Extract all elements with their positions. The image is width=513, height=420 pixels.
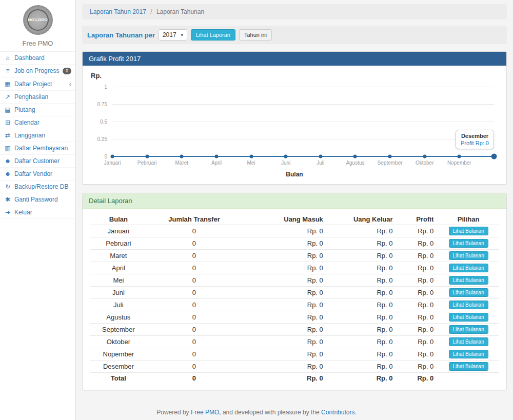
table-cell: Rp. 0 [397,237,438,250]
data-point-april[interactable] [214,155,218,158]
x-tick-label: April [211,160,222,166]
payment-icon: ▥ [4,145,11,152]
sidebar-item-langganan[interactable]: ⇄Langganan [0,129,75,142]
table-cell: September [90,324,147,336]
sidebar-item-calendar[interactable]: ⊞Calendar [0,116,75,129]
table-cell-action: Lihat Bulanan [438,336,499,348]
data-point-pebruari[interactable] [145,155,149,158]
sidebar-item-piutang[interactable]: ▤Piutang [0,104,75,116]
table-cell-action: Lihat Bulanan [438,287,499,299]
sidebar-item-label: Daftar Project [14,81,66,88]
table-cell: Juli [90,299,147,311]
table-cell: April [90,262,147,274]
table-row-juli: Juli0Rp. 0Rp. 0Rp. 0Lihat Bulanan [90,299,499,311]
table-cell: Rp. 0 [327,311,397,324]
breadcrumb-current: Laporan Tahunan [156,8,204,15]
table-row-agustus: Agustus0Rp. 0Rp. 0Rp. 0Lihat Bulanan [90,311,499,324]
lihat-bulanan-button[interactable]: Lihat Bulanan [449,276,488,285]
lihat-bulanan-button[interactable]: Lihat Bulanan [449,350,488,358]
total-cell: Rp. 0 [327,373,397,384]
y-tick-label: 0.75 [97,102,107,107]
table-cell: Rp. 0 [327,348,397,361]
data-point-mei[interactable] [249,155,253,158]
sidebar-item-job-on-progress[interactable]: ≡Job on Progress0 [0,65,75,77]
sidebar-item-label: Job on Progress [14,67,60,74]
data-point-juli[interactable] [319,155,322,158]
table-cell: Rp. 0 [241,299,327,311]
table-cell: 0 [147,250,242,262]
calendar-icon: ⊞ [4,119,11,126]
table-cell: Oktober [90,336,147,348]
chart-area: Rp. Desember Profit Rp: 0 10.750.50.250 … [83,66,506,184]
table-cell: 0 [147,287,242,299]
sidebar-item-daftar-project[interactable]: ▦Daftar Project‹ [0,77,75,91]
y-tick-label: 0 [104,154,107,159]
lihat-bulanan-button[interactable]: Lihat Bulanan [449,251,488,260]
lihat-bulanan-button[interactable]: Lihat Bulanan [449,301,488,309]
table-cell: Rp. 0 [327,250,397,262]
year-select[interactable]: 2017 ▾ [159,29,187,41]
lihat-laporan-button[interactable]: Lihat Laporan [191,29,235,41]
table-cell: Januari [90,225,147,237]
table-cell: 0 [147,361,242,373]
table-cell: Rp. 0 [241,262,327,274]
breadcrumb-link[interactable]: Laporan Tahun 2017 [90,8,146,15]
lihat-bulanan-button[interactable]: Lihat Bulanan [449,264,488,272]
y-tick-label: 0.5 [100,119,107,125]
data-point-september[interactable] [388,155,392,158]
sidebar-item-penghasilan[interactable]: ↗Penghasilan [0,91,75,104]
contributors-link[interactable]: Contributors. [321,409,357,416]
sidebar-item-daftar-pembayaran[interactable]: ▥Daftar Pembayaran [0,142,75,155]
lihat-bulanan-button[interactable]: Lihat Bulanan [449,313,488,322]
sidebar-item-keluar[interactable]: ➔Keluar [0,206,75,219]
data-point-agustus[interactable] [353,155,357,158]
table-cell: Rp. 0 [397,311,438,324]
data-point-oktober[interactable] [423,155,426,158]
chevron-down-icon: ▾ [181,33,183,37]
table-cell: 0 [147,262,242,274]
column-header-profit: Profit [397,214,438,225]
footer: Powered by Free PMO, and developed with … [0,409,513,416]
no-logo-image: NO LOGO [23,5,53,35]
data-point-nopember[interactable] [458,155,461,158]
y-tick-label: 0.25 [97,136,107,142]
free-pmo-link[interactable]: Free PMO [191,409,219,416]
table-cell-action: Lihat Bulanan [438,274,499,287]
sidebar-item-ganti-password[interactable]: ✱Ganti Password [0,193,75,206]
no-logo-text: NO LOGO [27,9,49,31]
sidebar-item-label: Calendar [14,119,71,126]
footer-text-middle: , and developed with pleasure by the [219,409,321,416]
sidebar-item-daftar-customer[interactable]: ☻Daftar Customer [0,155,75,168]
total-cell: Total [90,373,147,384]
lihat-bulanan-button[interactable]: Lihat Bulanan [449,227,488,235]
x-tick-label: Juli [317,160,324,166]
detail-table-area: BulanJumlah TransferUang MasukUang Kelua… [83,209,506,390]
lihat-bulanan-button[interactable]: Lihat Bulanan [449,337,488,346]
sidebar-item-dashboard[interactable]: ⌂Dashboard [0,52,75,65]
app-root: NO LOGO Free PMO ⌂Dashboard≡Job on Progr… [0,0,513,420]
line-chart-icon: ↗ [4,93,11,101]
tahun-ini-button[interactable]: Tahun ini [239,29,272,41]
total-cell: Rp. 0 [241,373,327,384]
lihat-bulanan-button[interactable]: Lihat Bulanan [449,239,488,248]
table-cell: Pebruari [90,237,147,250]
table-row-maret: Maret0Rp. 0Rp. 0Rp. 0Lihat Bulanan [90,250,499,262]
sidebar-item-backup-restore-db[interactable]: ↻Backup/Restore DB [0,181,75,193]
column-header-uang-masuk: Uang Masuk [241,214,327,225]
sidebar-item-daftar-vendor[interactable]: ☻Daftar Vendor [0,168,75,181]
table-cell-action: Lihat Bulanan [438,348,499,361]
lihat-bulanan-button[interactable]: Lihat Bulanan [449,288,488,297]
table-header-row: BulanJumlah TransferUang MasukUang Kelua… [90,214,499,225]
logout-icon: ➔ [4,209,11,216]
table-cell-action: Lihat Bulanan [438,361,499,373]
data-point-desember[interactable] [491,154,497,159]
subscription-icon: ⇄ [4,132,11,139]
data-point-maret[interactable] [180,155,184,158]
data-point-juni[interactable] [284,155,288,158]
table-cell: Rp. 0 [397,336,438,348]
column-header-jumlah-transfer: Jumlah Transfer [147,214,242,225]
lihat-bulanan-button[interactable]: Lihat Bulanan [449,362,488,371]
data-point-januari[interactable] [111,155,114,158]
lihat-bulanan-button[interactable]: Lihat Bulanan [449,325,488,334]
total-cell: 0 [147,373,242,384]
